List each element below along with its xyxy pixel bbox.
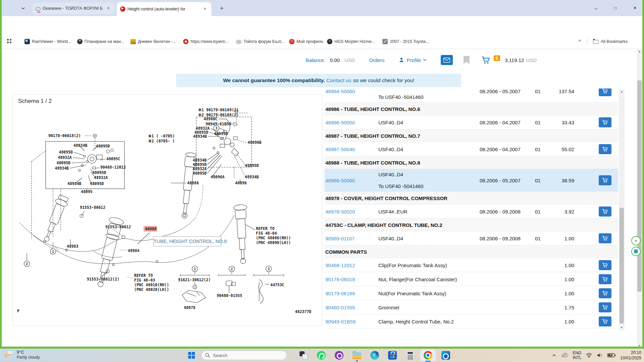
add-to-cart-button[interactable]	[599, 117, 611, 127]
bookmark-item[interactable]: Планиране на ман...	[77, 37, 124, 46]
taskbar-icon-outlook[interactable]	[438, 350, 453, 361]
apps-grid-icon[interactable]	[7, 39, 12, 44]
add-to-cart-button[interactable]	[599, 206, 611, 217]
all-bookmarks-button[interactable]: All Bookmarks	[593, 37, 628, 46]
diagram-part-label[interactable]: FIG 48-04	[256, 231, 277, 236]
part-number-link[interactable]: 48984-50060	[325, 88, 376, 94]
diagram-part-label[interactable]: 90178-06018(2)	[48, 133, 81, 138]
diagram-part-label[interactable]: 48934B	[193, 134, 207, 139]
part-number-link[interactable]: 90178-06018	[325, 276, 376, 282]
taskbar-icon-calc[interactable]	[402, 350, 418, 361]
diagram-part-label[interactable]: 48095D	[245, 163, 259, 168]
wifi-icon[interactable]	[586, 353, 592, 358]
taskbar-icon-explorer[interactable]	[349, 350, 365, 361]
window-close-button[interactable]: ×	[627, 0, 643, 16]
balance-label[interactable]: Balance:	[306, 57, 325, 63]
diagram-part-label[interactable]: 48932A	[94, 175, 108, 180]
table-scrollbar[interactable]: ▲ ▼	[619, 89, 625, 330]
diagram-part-label[interactable]: 44753C	[270, 283, 284, 287]
diagram-part-label[interactable]: 48095C	[106, 157, 120, 161]
floating-extension-widget[interactable]	[631, 247, 641, 256]
diagram-part-label[interactable]: 48984	[128, 248, 140, 253]
diagram-part-label[interactable]: 48095D	[56, 161, 70, 165]
page-scrollbar[interactable]: ▲ ▼	[637, 49, 642, 349]
diagram-part-label[interactable]: 48095	[81, 189, 93, 194]
saved-bookmark-icon[interactable]	[464, 56, 470, 64]
language-indicator[interactable]: ENGINTL	[573, 351, 581, 360]
taskbar-weather-widget[interactable]: 9°C Partly cloudy	[4, 350, 40, 360]
diagram-part-label[interactable]: (PNC 48090(LH))	[256, 240, 291, 245]
diagram-part-label[interactable]: 48095D	[96, 144, 110, 148]
diagram-part-label[interactable]: 48978	[184, 305, 196, 310]
orders-link[interactable]: Orders	[369, 57, 384, 63]
diagram-part-label[interactable]: 482377D	[295, 309, 312, 314]
cart-icon[interactable]	[481, 56, 491, 65]
diagram-part-label[interactable]: 48932A	[58, 155, 72, 160]
schema-drawing[interactable]: 90178-06018(2)48934B48095D48095D48932A48…	[13, 95, 322, 326]
diagram-part-label[interactable]: 91553-80612	[105, 225, 131, 229]
bookmark-item[interactable]: Дневен бюлетин -...	[130, 37, 176, 46]
tab-close-icon[interactable]: ×	[105, 5, 111, 11]
add-to-cart-button[interactable]	[599, 260, 611, 270]
diagram-part-label[interactable]: P	[17, 309, 19, 313]
messages-button[interactable]	[441, 55, 453, 65]
scrollbar-thumb[interactable]	[637, 80, 642, 292]
diagram-part-label[interactable]: 48932A	[193, 167, 207, 171]
highlighted-part-label[interactable]: 48988	[145, 227, 157, 231]
part-number-link[interactable]: 48988-50060	[325, 177, 376, 183]
taskbar-icon-whatsapp[interactable]	[314, 350, 329, 361]
diagram-part-label[interactable]: 48983	[67, 244, 78, 249]
tab-toyota-forum[interactable]: Окачване - ТОЙОТА ФОРУМ Б ×	[32, 3, 115, 14]
taskbar-icon-viber[interactable]	[331, 350, 347, 361]
diagram-part-label[interactable]: ※1 90179-06169(2)	[198, 108, 238, 112]
add-to-cart-button[interactable]	[599, 316, 611, 326]
diagram-part-label[interactable]: 48096B	[248, 140, 262, 145]
diagram-part-label[interactable]: REFER TO	[256, 226, 274, 231]
diagram-part-label[interactable]: 48096A	[211, 175, 225, 179]
diagram-part-label[interactable]: 91621-30612(2)	[178, 278, 211, 282]
diagram-part-label[interactable]: 48934B	[193, 158, 207, 163]
tab-list-chevron-icon[interactable]	[19, 4, 28, 13]
diagram-part-label[interactable]: (PNC 48010(RH))	[134, 283, 169, 287]
taskbar-icon-chrome[interactable]	[420, 350, 436, 361]
add-to-cart-button[interactable]	[599, 144, 611, 154]
diagram-part-label[interactable]: 48934B	[245, 175, 259, 179]
taskbar-search[interactable]: Search	[201, 351, 287, 360]
bookmark-item[interactable]: https://www.kiyiem...	[183, 37, 228, 46]
part-number-link[interactable]: 90179-06169	[325, 290, 376, 296]
diagram-part-label[interactable]: 48980C	[204, 117, 218, 121]
start-button[interactable]	[186, 351, 197, 360]
profile-menu[interactable]: Profile	[407, 57, 421, 63]
bookmarks-overflow-chevron[interactable]: »	[578, 37, 581, 43]
part-number-link[interactable]: 90949-01B59	[325, 318, 376, 324]
new-tab-button[interactable]: +	[217, 4, 226, 13]
diagram-part-label[interactable]: REFER TO	[134, 273, 153, 278]
diagram-part-label[interactable]: FIG 48-03	[134, 278, 155, 283]
diagram-part-label[interactable]: ※1 ( -0705)	[148, 134, 175, 138]
diagram-part-label[interactable]: ※2 (0705- )	[148, 139, 175, 143]
part-number-link[interactable]: 90480-01555	[325, 304, 376, 310]
part-number-link[interactable]: 48986-50050	[325, 119, 376, 125]
bookmark-item[interactable]: HGS Müşteri Hizme...	[327, 37, 375, 46]
diagram-part-label[interactable]: 48095D	[193, 162, 207, 167]
scroll-up-icon[interactable]: ▲	[637, 49, 642, 54]
part-number-link[interactable]: 90989-01107	[325, 235, 376, 241]
battery-charging-icon[interactable]	[607, 353, 616, 358]
add-to-cart-button[interactable]	[599, 175, 611, 185]
add-to-cart-button[interactable]	[599, 288, 611, 298]
tab-height-control[interactable]: Height control (auto-leveler) for ×	[117, 2, 211, 16]
taskbar-icon-taskview[interactable]	[296, 350, 311, 361]
diagram-part-label[interactable]: 48934B	[55, 166, 69, 171]
diagram-part-label[interactable]: 48986	[187, 181, 199, 185]
diagram-part-label[interactable]: 48096	[235, 181, 247, 185]
part-number-link[interactable]: 90468-12012	[325, 262, 376, 268]
diagram-part-label[interactable]: 90468-12012	[100, 165, 126, 170]
diagram-part-label[interactable]: 90480-01555	[217, 293, 242, 298]
add-to-cart-button[interactable]	[599, 302, 611, 312]
add-to-cart-button[interactable]	[599, 233, 611, 243]
add-to-cart-button[interactable]	[599, 88, 611, 96]
taskbar-clock[interactable]: 20:1010/01/2025	[620, 350, 641, 361]
bookmark-item[interactable]: RainViewer - World...	[24, 37, 71, 46]
volume-icon[interactable]	[597, 353, 603, 358]
tray-chevron-up-icon[interactable]	[552, 353, 556, 357]
